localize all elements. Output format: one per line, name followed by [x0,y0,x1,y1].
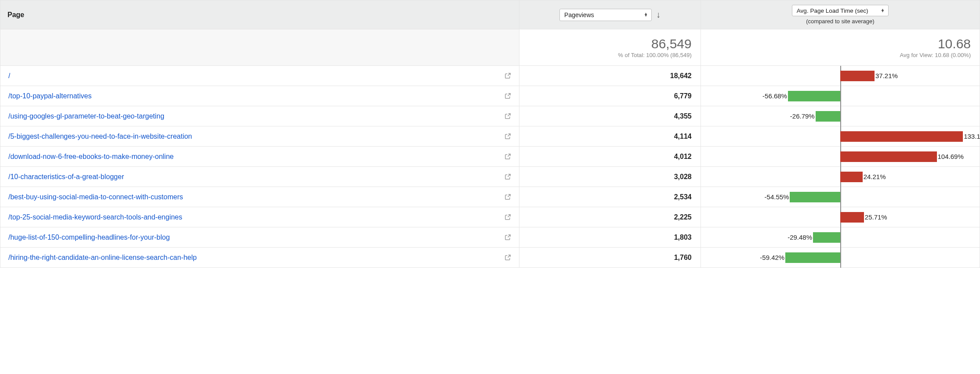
comparison-subtitle: (compared to site average) [806,18,874,25]
external-link-icon[interactable] [505,93,511,99]
sort-descending-icon[interactable]: ↓ [656,10,661,20]
totals-metric-value: 10.68 [710,36,971,51]
comparison-bar-cell: 24.21% [701,167,980,187]
external-link-icon[interactable] [505,113,511,119]
comparison-bar-label: -29.48% [788,232,812,243]
external-link-icon[interactable] [505,153,511,160]
baseline-marker [840,106,841,126]
column-header-page-label: Page [7,11,24,18]
comparison-bar [840,172,863,182]
comparison-bar-label: -59.42% [760,252,784,263]
table-row: /hiring-the-right-candidate-an-online-li… [0,248,980,268]
page-cell: /download-now-6-free-ebooks-to-make-mone… [0,147,519,167]
page-link[interactable]: /10-characteristics-of-a-great-blogger [8,173,124,181]
comparison-bar-cell: -59.42% [701,248,980,268]
comparison-bar [813,232,840,243]
table-row: /5-biggest-challenges-you-need-to-face-i… [0,126,980,147]
totals-pageviews-value: 86,549 [528,36,691,51]
table-row: /top-10-paypal-alternatives 6,779 -56.68… [0,86,980,106]
totals-pageviews-note: % of Total: 100.00% (86,549) [528,52,691,58]
comparison-bar-label: 104.69% [938,151,964,162]
select-caret-icon: ▲▼ [644,13,648,16]
comparison-bar [840,71,875,81]
external-link-icon[interactable] [505,72,511,79]
totals-pageviews-cell: 86,549 % of Total: 100.00% (86,549) [519,29,701,66]
page-link[interactable]: /top-10-paypal-alternatives [8,92,91,100]
table-row: /huge-list-of-150-compelling-headlines-f… [0,227,980,248]
column-header-metric: Avg. Page Load Time (sec) ▲▼ (compared t… [701,0,980,29]
totals-metric-cell: 10.68 Avg for View: 10.68 (0.00%) [701,29,980,66]
page-link[interactable]: /hiring-the-right-candidate-an-online-li… [8,254,197,262]
comparison-bar [840,151,937,162]
pageviews-metric-select[interactable]: Pageviews ▲▼ [559,9,652,21]
comparison-bar [840,131,963,142]
comparison-bar-label: -56.68% [762,91,787,101]
comparison-bar [785,252,840,263]
pageviews-cell: 3,028 [519,167,701,187]
comparison-bar [788,91,840,101]
site-speed-table: Page Pageviews ▲▼ ↓ Avg. Page Load Time … [0,0,980,268]
comparison-bar-cell: 133.12% [701,126,980,147]
page-link[interactable]: /5-biggest-challenges-you-need-to-face-i… [8,133,192,140]
baseline-marker [840,227,841,248]
page-cell: /5-biggest-challenges-you-need-to-face-i… [0,126,519,147]
comparison-bar-cell: -26.79% [701,106,980,126]
page-cell: / [0,66,519,86]
pageviews-cell: 2,534 [519,187,701,207]
table-row: /using-googles-gl-parameter-to-beat-geo-… [0,106,980,126]
external-link-icon[interactable] [505,173,511,180]
page-cell: /hiring-the-right-candidate-an-online-li… [0,248,519,268]
table-row: /top-25-social-media-keyword-search-tool… [0,207,980,227]
totals-row: 86,549 % of Total: 100.00% (86,549) 10.6… [0,29,980,66]
page-cell: /best-buy-using-social-media-to-connect-… [0,187,519,207]
comparison-bar-cell: -54.55% [701,187,980,207]
page-cell: /10-characteristics-of-a-great-blogger [0,167,519,187]
pageviews-cell: 18,642 [519,66,701,86]
page-cell: /top-10-paypal-alternatives [0,86,519,106]
baseline-marker [840,248,841,268]
comparison-bar-label: 133.12% [964,131,980,142]
comparison-bar-cell: 37.21% [701,66,980,86]
pageviews-cell: 1,760 [519,248,701,268]
page-cell: /using-googles-gl-parameter-to-beat-geo-… [0,106,519,126]
page-link[interactable]: /best-buy-using-social-media-to-connect-… [8,193,183,201]
comparison-bar-cell: 25.71% [701,207,980,227]
comparison-bar-label: 25.71% [865,212,887,223]
page-link[interactable]: /download-now-6-free-ebooks-to-make-mone… [8,153,174,161]
table-row: / 18,642 37.21% [0,66,980,86]
external-link-icon[interactable] [505,133,511,140]
column-header-page[interactable]: Page [0,0,519,29]
page-link[interactable]: / [8,72,10,80]
table-row: /best-buy-using-social-media-to-connect-… [0,187,980,207]
pageviews-metric-select-label: Pageviews [564,11,594,18]
comparison-bar [840,212,864,223]
external-link-icon[interactable] [505,254,511,261]
baseline-marker [840,86,841,106]
table-header-row: Page Pageviews ▲▼ ↓ Avg. Page Load Time … [0,0,980,29]
column-header-pageviews: Pageviews ▲▼ ↓ [519,0,701,29]
comparison-bar-label: 37.21% [875,71,898,81]
pageviews-cell: 6,779 [519,86,701,106]
pageviews-cell: 4,355 [519,106,701,126]
page-link[interactable]: /top-25-social-media-keyword-search-tool… [8,213,182,221]
external-link-icon[interactable] [505,194,511,200]
baseline-marker [840,187,841,207]
page-cell: /top-25-social-media-keyword-search-tool… [0,207,519,227]
page-cell: /huge-list-of-150-compelling-headlines-f… [0,227,519,248]
comparison-metric-select[interactable]: Avg. Page Load Time (sec) ▲▼ [792,5,889,16]
totals-blank-cell [0,29,519,66]
comparison-bar-label: -54.55% [765,192,789,202]
table-row: /download-now-6-free-ebooks-to-make-mone… [0,147,980,167]
pageviews-cell: 4,012 [519,147,701,167]
comparison-bar-cell: -29.48% [701,227,980,248]
external-link-icon[interactable] [505,214,511,220]
totals-metric-note: Avg for View: 10.68 (0.00%) [710,52,971,58]
pageviews-cell: 1,803 [519,227,701,248]
external-link-icon[interactable] [505,234,511,241]
page-link[interactable]: /huge-list-of-150-compelling-headlines-f… [8,234,170,241]
page-link[interactable]: /using-googles-gl-parameter-to-beat-geo-… [8,112,164,120]
comparison-metric-select-label: Avg. Page Load Time (sec) [797,7,868,14]
table-row: /10-characteristics-of-a-great-blogger 3… [0,167,980,187]
pageviews-cell: 2,225 [519,207,701,227]
select-caret-icon: ▲▼ [881,9,885,12]
